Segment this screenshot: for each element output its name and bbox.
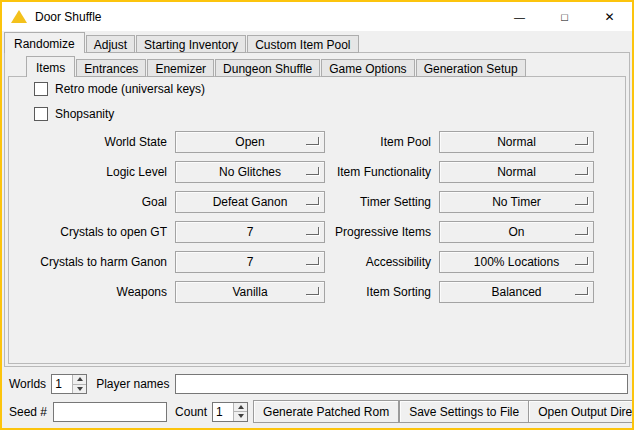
option-row: Logic Level No Glitches	[10, 161, 325, 183]
save-settings-button[interactable]: Save Settings to File	[399, 400, 529, 423]
goal-dropdown[interactable]: Defeat Ganon	[175, 191, 325, 213]
option-row: Crystals to open GT 7	[10, 221, 325, 243]
seed-input[interactable]	[53, 402, 167, 422]
dropdown-indicator-icon	[575, 227, 588, 235]
app-icon	[11, 10, 27, 23]
shopsanity-checkbox[interactable]: Shopsanity	[34, 106, 114, 122]
option-label: Goal	[10, 195, 167, 209]
dropdown-value: Normal	[497, 135, 536, 149]
spinbox-arrows	[233, 403, 247, 421]
minimize-icon[interactable]: —	[497, 2, 542, 31]
option-label: World State	[10, 135, 167, 149]
tab-enemizer[interactable]: Enemizer	[147, 59, 214, 77]
dropdown-indicator-icon	[575, 287, 588, 295]
window-body: Randomize Adjust Starting Inventory Cust…	[2, 31, 632, 428]
world-state-dropdown[interactable]: Open	[175, 131, 325, 153]
titlebar: Door Shuffle — □ ✕	[2, 2, 632, 31]
generate-patched-rom-button[interactable]: Generate Patched Rom	[253, 400, 399, 423]
dropdown-value: Normal	[497, 165, 536, 179]
seed-row: Seed # Count Generate Patched Rom Save S…	[2, 400, 632, 423]
accessibility-dropdown[interactable]: 100% Locations	[439, 251, 594, 273]
window-controls: — □ ✕	[497, 2, 632, 31]
tab-adjust[interactable]: Adjust	[86, 35, 135, 53]
tab-custom-item-pool[interactable]: Custom Item Pool	[247, 35, 358, 53]
option-label: Progressive Items	[323, 225, 431, 239]
count-spinbox	[212, 402, 248, 422]
dropdown-value: No Glitches	[219, 165, 281, 179]
close-icon[interactable]: ✕	[587, 2, 632, 31]
timer-setting-dropdown[interactable]: No Timer	[439, 191, 594, 213]
option-row: Crystals to harm Ganon 7	[10, 251, 325, 273]
option-row: Accessibility 100% Locations	[323, 251, 594, 273]
option-row: World State Open	[10, 131, 325, 153]
option-label: Timer Setting	[323, 195, 431, 209]
open-output-directory-button[interactable]: Open Output Directory	[528, 400, 634, 423]
option-row: Item Functionality Normal	[323, 161, 594, 183]
crystals-harm-ganon-dropdown[interactable]: 7	[175, 251, 325, 273]
right-options-column: Item Pool Normal Item Functionality Norm…	[323, 131, 594, 311]
option-label: Accessibility	[323, 255, 431, 269]
option-row: Progressive Items On	[323, 221, 594, 243]
spin-down-icon[interactable]	[73, 384, 86, 394]
checkbox-label: Shopsanity	[55, 107, 114, 121]
item-pool-dropdown[interactable]: Normal	[439, 131, 594, 153]
option-row: Goal Defeat Ganon	[10, 191, 325, 213]
progressive-items-dropdown[interactable]: On	[439, 221, 594, 243]
dropdown-indicator-icon	[575, 197, 588, 205]
checkbox-box-icon	[34, 82, 48, 96]
tab-game-options[interactable]: Game Options	[321, 59, 414, 77]
player-names-input[interactable]	[175, 374, 629, 394]
dropdown-value: 7	[247, 255, 254, 269]
dropdown-indicator-icon	[575, 257, 588, 265]
left-options-column: World State Open Logic Level No Glitches…	[10, 131, 325, 311]
checkbox-label: Retro mode (universal keys)	[55, 82, 205, 96]
maximize-icon[interactable]: □	[542, 2, 587, 31]
tab-starting-inventory[interactable]: Starting Inventory	[136, 35, 246, 53]
dropdown-value: No Timer	[492, 195, 541, 209]
option-row: Timer Setting No Timer	[323, 191, 594, 213]
dropdown-value: On	[508, 225, 524, 239]
worlds-label: Worlds	[9, 377, 46, 391]
item-functionality-dropdown[interactable]: Normal	[439, 161, 594, 183]
tab-items[interactable]: Items	[26, 56, 75, 77]
dropdown-indicator-icon	[306, 287, 319, 295]
dropdown-value: Defeat Ganon	[213, 195, 288, 209]
option-row: Item Sorting Balanced	[323, 281, 594, 303]
dropdown-value: 100% Locations	[474, 255, 559, 269]
dropdown-value: Vanilla	[232, 285, 267, 299]
tab-dungeon-shuffle[interactable]: Dungeon Shuffle	[215, 59, 320, 77]
crystals-open-gt-dropdown[interactable]: 7	[175, 221, 325, 243]
dropdown-indicator-icon	[306, 167, 319, 175]
seed-label: Seed #	[9, 405, 47, 419]
main-tab-bar: Randomize Adjust Starting Inventory Cust…	[4, 32, 360, 53]
worlds-spinbox	[51, 374, 87, 394]
spin-down-icon[interactable]	[234, 411, 247, 421]
count-spinbox-input[interactable]	[213, 403, 233, 421]
window-title: Door Shuffle	[35, 10, 102, 24]
weapons-dropdown[interactable]: Vanilla	[175, 281, 325, 303]
retro-mode-checkbox[interactable]: Retro mode (universal keys)	[34, 81, 205, 97]
tab-entrances[interactable]: Entrances	[76, 59, 146, 77]
logic-level-dropdown[interactable]: No Glitches	[175, 161, 325, 183]
dropdown-indicator-icon	[306, 227, 319, 235]
spin-up-icon[interactable]	[73, 375, 86, 384]
door-shuffle-window: Door Shuffle — □ ✕ Randomize Adjust Star…	[0, 0, 634, 430]
option-label: Crystals to open GT	[10, 225, 167, 239]
option-row: Item Pool Normal	[323, 131, 594, 153]
dropdown-value: Open	[235, 135, 264, 149]
tab-generation-setup[interactable]: Generation Setup	[416, 59, 526, 77]
count-label: Count	[175, 405, 207, 419]
dropdown-indicator-icon	[306, 137, 319, 145]
randomize-sub-tab-bar: Items Entrances Enemizer Dungeon Shuffle…	[26, 56, 527, 77]
option-label: Item Sorting	[323, 285, 431, 299]
worlds-spinbox-input[interactable]	[52, 375, 72, 393]
dropdown-indicator-icon	[306, 197, 319, 205]
item-sorting-dropdown[interactable]: Balanced	[439, 281, 594, 303]
tab-randomize[interactable]: Randomize	[4, 32, 85, 53]
option-label: Item Pool	[323, 135, 431, 149]
option-label: Crystals to harm Ganon	[10, 255, 167, 269]
spin-up-icon[interactable]	[234, 403, 247, 412]
option-label: Logic Level	[10, 165, 167, 179]
dropdown-value: Balanced	[491, 285, 541, 299]
dropdown-value: 7	[247, 225, 254, 239]
